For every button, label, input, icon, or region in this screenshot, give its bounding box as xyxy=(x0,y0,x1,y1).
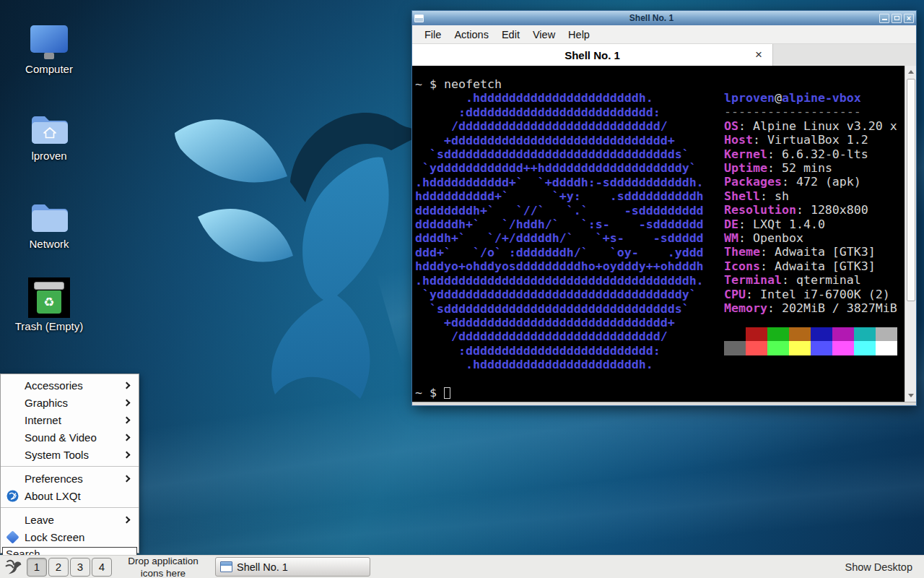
ansi-color-palette xyxy=(724,327,897,355)
lxqt-logo-icon xyxy=(6,490,19,502)
terminal-scrollbar[interactable] xyxy=(905,66,916,402)
desktop-icon-network[interactable]: Network xyxy=(14,194,84,251)
recycle-symbol: ♻ xyxy=(43,295,54,310)
scrollbar-up-icon[interactable] xyxy=(906,66,916,77)
menu-item-label: Graphics xyxy=(25,397,68,409)
palette-swatch xyxy=(832,327,854,341)
palette-swatch xyxy=(767,341,789,355)
workspace-button-2[interactable]: 2 xyxy=(48,558,69,577)
home-folder-icon xyxy=(14,105,84,147)
menu-item-preferences[interactable]: Preferences xyxy=(1,470,139,487)
menu-item-label: About LXQt xyxy=(25,490,81,502)
tab-shell[interactable]: Shell No. 1 × xyxy=(412,44,773,66)
maximize-button[interactable] xyxy=(892,14,902,23)
lock-screen-icon xyxy=(6,530,19,543)
palette-swatch xyxy=(832,341,854,355)
desktop-icon-computer[interactable]: Computer xyxy=(14,19,84,77)
close-button[interactable]: × xyxy=(904,14,914,23)
menubar-item-file[interactable]: File xyxy=(418,25,448,44)
palette-swatch xyxy=(789,341,811,355)
palette-swatch xyxy=(746,341,767,355)
terminal-window-icon xyxy=(220,561,232,572)
menubar-item-help[interactable]: Help xyxy=(562,25,596,44)
submenu-chevron-icon xyxy=(123,399,131,406)
menu-item-about-lxqt[interactable]: About LXQt xyxy=(1,487,139,504)
menu-item-system-tools[interactable]: System Tools xyxy=(1,446,139,463)
menu-item-leave[interactable]: Leave xyxy=(1,511,139,528)
menu-item-sound-video[interactable]: Sound & Video xyxy=(1,428,139,446)
menu-item-label: Internet xyxy=(25,414,61,426)
network-folder-icon xyxy=(14,194,84,236)
scrollbar-down-icon[interactable] xyxy=(906,390,916,401)
palette-swatch xyxy=(854,327,876,341)
neofetch-info: lproven@alpine-vbox ------------------- … xyxy=(724,91,897,316)
workspace-button-3[interactable]: 3 xyxy=(70,558,90,577)
palette-swatch xyxy=(724,341,746,355)
desktop-icon-label: Trash (Empty) xyxy=(14,320,84,334)
workspace-button-1[interactable]: 1 xyxy=(27,558,47,577)
menu-item-lock-screen[interactable]: Lock Screen xyxy=(1,528,139,545)
menu-item-label: System Tools xyxy=(25,449,89,461)
terminal-content[interactable]: ~ $ neofetch .hddddddddddddddddddddddh. … xyxy=(412,66,916,402)
menu-item-graphics[interactable]: Graphics xyxy=(1,394,139,411)
palette-swatch xyxy=(876,327,897,341)
taskbar: 1234 Drop application icons here Shell N… xyxy=(0,555,924,578)
menubar-item-actions[interactable]: Actions xyxy=(448,25,495,44)
window-title: Shell No. 1 xyxy=(424,13,879,23)
menu-separator xyxy=(1,466,139,467)
submenu-chevron-icon xyxy=(123,451,131,458)
tab-close-icon[interactable]: × xyxy=(755,47,762,63)
submenu-chevron-icon xyxy=(123,434,131,441)
palette-swatch xyxy=(789,327,811,341)
lxqt-bird-icon xyxy=(4,558,22,576)
tab-bar: Shell No. 1 × xyxy=(412,44,916,66)
menu-separator xyxy=(1,507,139,508)
menu-item-label: Sound & Video xyxy=(25,431,97,444)
tab-label: Shell No. 1 xyxy=(412,44,772,66)
desktop-icon-label: Computer xyxy=(14,63,84,77)
submenu-chevron-icon xyxy=(123,381,131,389)
menu-item-label: Lock Screen xyxy=(25,531,84,543)
menu-item-internet[interactable]: Internet xyxy=(1,411,139,428)
menu-item-label: Preferences xyxy=(25,473,83,485)
workspace-button-4[interactable]: 4 xyxy=(92,558,112,577)
palette-swatch xyxy=(854,341,876,355)
show-desktop-button[interactable]: Show Desktop xyxy=(845,561,913,573)
computer-icon xyxy=(14,19,84,61)
window-bottom-border xyxy=(412,402,916,405)
window-menubar: FileActionsEditViewHelp xyxy=(412,25,916,44)
desktop-icon-label: lproven xyxy=(14,150,84,163)
terminal-output: ~ $ neofetch .hddddddddddddddddddddddh. … xyxy=(415,77,704,400)
task-button-label: Shell No. 1 xyxy=(237,561,288,573)
app-menu-popup: AccessoriesGraphicsInternetSound & Video… xyxy=(0,374,139,553)
palette-swatch xyxy=(876,341,897,355)
desktop-icon-home[interactable]: lproven xyxy=(14,105,84,163)
submenu-chevron-icon xyxy=(123,416,131,423)
menubar-item-edit[interactable]: Edit xyxy=(495,25,526,44)
window-icon xyxy=(414,14,424,22)
desktop-icon-trash[interactable]: ♻ Trash (Empty) xyxy=(14,276,84,334)
scrollbar-thumb[interactable] xyxy=(907,79,915,301)
trash-icon: ♻ xyxy=(14,276,84,318)
palette-swatch xyxy=(811,327,832,341)
palette-swatch xyxy=(767,327,789,341)
minimize-button[interactable] xyxy=(879,14,889,23)
menu-item-accessories[interactable]: Accessories xyxy=(1,376,139,394)
menu-item-label: Accessories xyxy=(25,379,83,392)
submenu-chevron-icon xyxy=(123,475,131,482)
terminal-cursor xyxy=(444,387,450,399)
taskbar-window-button[interactable]: Shell No. 1 xyxy=(215,557,370,577)
desktop-icon-label: Network xyxy=(14,238,84,251)
start-menu-button[interactable] xyxy=(3,557,23,577)
palette-swatch xyxy=(811,341,832,355)
window-titlebar[interactable]: Shell No. 1 × xyxy=(412,11,916,25)
menu-item-label: Leave xyxy=(25,514,54,526)
terminal-window: Shell No. 1 × FileActionsEditViewHelp Sh… xyxy=(411,10,917,406)
quicklaunch-drop-area[interactable]: Drop application icons here xyxy=(117,555,209,578)
palette-swatch xyxy=(746,327,767,341)
menubar-item-view[interactable]: View xyxy=(526,25,562,44)
submenu-chevron-icon xyxy=(123,516,131,523)
hummingbird-wallpaper-graphic xyxy=(153,81,427,413)
palette-swatch xyxy=(724,327,746,341)
